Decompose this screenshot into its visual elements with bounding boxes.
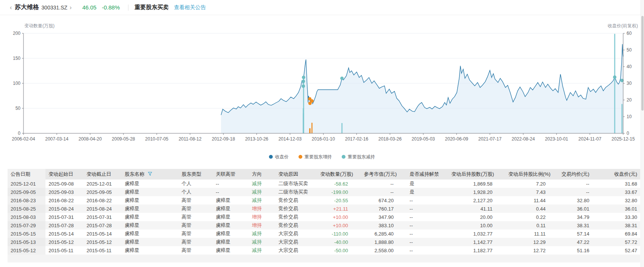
y-right-tick-label: 20 [627,97,632,103]
table-cell: 大宗交易 [275,238,317,246]
header: ‹ 苏大维格 300331.SZ › 46.05 -0.88% 重要股东买卖 查… [0,0,644,15]
table-row[interactable]: 2016-08-232016-08-222016-08-22虞樟星高管虞樟星减持… [8,196,640,205]
legend-item-holder-increase[interactable]: 重要股东增持 [299,154,332,160]
table-cell: -- [406,205,448,213]
trades-table-wrap: 公告日期变动起始日变动截止日股东名称 股东类型关联高管方向变动原因变动数量(万股… [8,169,640,262]
table-cell: 2015-05-14 [84,230,122,238]
table-cell: 竞价交易 [275,196,317,205]
holder-decrease-marker[interactable] [340,77,344,80]
table-cell: 41.11 [448,205,505,213]
table-cell: 69.84 [602,230,640,238]
table-row[interactable]: 2015-05-152015-05-142015-05-14虞樟星高管虞樟星减持… [8,230,640,238]
table-cell: +10.00 [317,213,361,221]
table-cell: 虞樟星 [213,196,249,205]
stock-name[interactable]: 苏大维格 [15,3,39,11]
table-cell: -50.00 [317,246,361,255]
table-cell: 2015-07-31 [45,213,83,221]
x-tick-label: 2013-10-26 [245,136,269,142]
table-row[interactable]: 2015-07-292015-07-282015-07-28虞樟星高管虞樟星增持… [8,221,640,230]
table-cell: 2025-12-01 [84,180,122,188]
table-cell: 虞樟星 [213,246,249,255]
table-cell: 0.22 [505,213,558,221]
table-cell: 10.00 [448,221,505,230]
table-cell: 52.47 [602,246,640,255]
table-cell: 增持 [249,205,275,213]
table-cell: -- [361,180,406,188]
header-divider [128,5,128,11]
table-cell: 虞樟星 [213,230,249,238]
table-row[interactable]: 2015-05-132015-05-122015-05-12虞樟星高管虞樟星减持… [8,238,640,246]
holder-increase-marker[interactable] [310,99,314,103]
table-cell: 竞价交易 [275,221,317,230]
column-header: 参考市值(万元) [361,169,406,180]
table-cell: 增持 [249,221,275,230]
table-cell: -58.62 [317,180,361,188]
x-tick-label: 2024-11-07 [578,136,602,142]
table-cell: 2,558.00 [361,246,406,255]
shareholder-trading-page: { "header": { "back_icon": "‹", "title":… [0,0,644,267]
table-cell: 虞樟星 [122,221,178,230]
x-tick-label: 2017-02-16 [345,136,369,142]
vertical-scrollbar[interactable] [641,0,644,267]
table-cell: 11.44 [505,196,558,205]
table-cell: 7.20 [505,180,558,188]
table-row[interactable]: 2025-12-012025-09-082025-12-01虞樟星个人--减持二… [8,180,640,188]
x-tick-label: 2010-07-05 [145,136,169,142]
table-cell: 12.29 [505,238,558,246]
column-header-label: 是否减持解禁 [410,171,439,177]
table-cell: 383.10 [361,221,406,230]
table-cell: -20.55 [317,196,361,205]
table-cell: 虞樟星 [213,213,249,221]
table-cell: 11.11 [505,230,558,238]
table-row[interactable]: 2015-08-252015-08-242015-08-24虞樟星高管虞樟星增持… [8,205,640,213]
column-header-label: 股东名称 [125,171,144,177]
column-header: 交易均价(元) [558,169,602,180]
legend-item-holder-decrease[interactable]: 重要股东减持 [342,154,375,160]
y-right-tick-label: 30 [627,81,632,86]
filter-icon[interactable] [148,172,152,176]
holder-decrease-marker[interactable] [302,84,305,88]
table-cell: 虞樟星 [122,238,178,246]
y-right-tick-label: 40 [627,64,632,69]
x-tick-label: 2023-10-01 [545,136,568,142]
legend-dot-icon [342,155,345,159]
table-cell: 2015-07-31 [84,213,122,221]
table-cell: 2016-08-23 [8,196,45,205]
table-cell: -- [406,213,448,221]
table-cell: 减持 [249,238,275,246]
table-cell: 0.11 [505,221,558,230]
chart-legend: 收盘价重要股东增持重要股东减持 [0,153,644,161]
table-cell: -- [213,180,249,188]
table-row[interactable]: 2015-05-122015-05-112015-05-11虞樟星高管虞樟星减持… [8,246,640,255]
column-header: 变动起始日 [45,169,83,180]
table-cell: 2015-05-13 [8,238,45,246]
holder-decrease-marker[interactable] [613,75,616,79]
table-row[interactable]: 2025-09-052025-09-032025-09-05虞樟星个人--减持二… [8,188,640,196]
x-tick-label: 2009-05-28 [112,136,135,142]
scrollbar-thumb[interactable] [641,16,644,111]
column-header: 收盘价(元) [602,169,640,180]
table-cell: -40.00 [317,238,361,246]
holder-increase-bar [309,128,311,133]
table-cell: 32.80 [558,196,602,205]
related-announcements-link[interactable]: 查看相关公告 [174,4,206,11]
back-chevron-icon[interactable]: ‹ [8,5,14,11]
holder-decrease-marker[interactable] [302,76,305,79]
holder-increase-bar [311,123,313,133]
table-cell: 高管 [178,205,213,213]
shareholder-trading-chart[interactable]: 05010015020001020304050602006-02-042007-… [0,16,644,145]
x-tick-label: 2006-02-04 [12,136,35,142]
holder-decrease-marker[interactable] [302,80,305,83]
table-cell: 减持 [249,180,275,188]
table-row[interactable]: 2015-08-032015-07-312015-07-31虞樟星高管虞樟星增持… [8,213,640,221]
table-cell: 38.31 [558,221,602,230]
expand-chevron-icon[interactable]: › [67,5,74,11]
table-header-row: 公告日期变动起始日变动截止日股东名称 股东类型关联高管方向变动原因变动数量(万股… [8,169,640,180]
table-cell: 减持 [249,196,275,205]
x-tick-label: 2014-12-03 [278,136,302,142]
legend-item-close-price[interactable]: 收盘价 [269,154,289,160]
table-cell: 2015-08-24 [84,205,122,213]
x-tick-label: 2012-09-18 [212,136,235,142]
page-title: 重要股东买卖 [134,4,169,11]
table-cell: 2015-08-24 [45,205,83,213]
